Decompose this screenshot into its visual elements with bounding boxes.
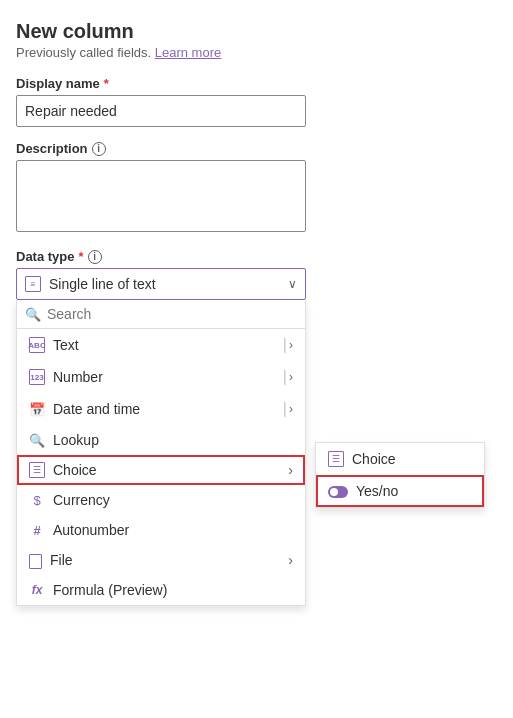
submenu-item-yesno[interactable]: Yes/no (316, 475, 484, 507)
search-icon: 🔍 (25, 307, 41, 322)
choice-submenu: ☰ Choice Yes/no (315, 442, 485, 508)
currency-icon: $ (29, 493, 45, 508)
required-marker-2: * (79, 249, 84, 264)
panel-title: New column (16, 20, 324, 43)
data-type-menu: 🔍 ABC Text | › 123 Number (16, 300, 306, 606)
search-input[interactable] (47, 306, 297, 322)
yesno-icon (328, 483, 348, 499)
file-icon (29, 554, 42, 569)
submenu-choice-icon: ☰ (328, 451, 344, 467)
data-type-dropdown[interactable]: ≡ Single line of text ∨ (16, 268, 306, 300)
calendar-icon: 📅 (29, 401, 45, 417)
panel-subtitle: Previously called fields. Learn more (16, 45, 324, 60)
display-name-section: Display name * (16, 76, 324, 127)
required-marker: * (104, 76, 109, 91)
menu-item-autonumber[interactable]: # Autonumber (17, 515, 305, 545)
menu-item-file[interactable]: File › (17, 545, 305, 575)
submenu-item-choice[interactable]: ☰ Choice (316, 443, 484, 475)
choice-arrow-icon: › (288, 462, 293, 478)
autonumber-icon: # (29, 523, 45, 538)
menu-item-formula[interactable]: fx Formula (Preview) (17, 575, 305, 605)
chevron-right-icon: › (289, 338, 293, 352)
data-type-info-icon[interactable]: i (88, 250, 102, 264)
display-name-label: Display name * (16, 76, 324, 91)
chevron-down-icon: ∨ (288, 277, 297, 291)
choice-icon: ☰ (29, 462, 45, 478)
dropdown-selected: ≡ Single line of text (25, 276, 156, 292)
formula-icon: fx (29, 583, 45, 597)
menu-item-choice[interactable]: ☰ Choice › (17, 455, 305, 485)
data-type-label: Data type * i (16, 249, 324, 264)
file-arrow-icon: › (288, 552, 293, 568)
display-name-input[interactable] (16, 95, 306, 127)
pipe-divider-2: | (283, 368, 287, 386)
singleline-icon: ≡ (25, 276, 41, 292)
chevron-right-icon-3: › (289, 402, 293, 416)
menu-item-number[interactable]: 123 Number | › (17, 361, 305, 393)
chevron-right-icon-2: › (289, 370, 293, 384)
pipe-divider-3: | (283, 400, 287, 418)
menu-item-lookup[interactable]: 🔍 Lookup (17, 425, 305, 455)
menu-item-text[interactable]: ABC Text | › (17, 329, 305, 361)
menu-item-currency[interactable]: $ Currency (17, 485, 305, 515)
description-label: Description i (16, 141, 324, 156)
description-info-icon[interactable]: i (92, 142, 106, 156)
search-box: 🔍 (17, 300, 305, 329)
description-input[interactable] (16, 160, 306, 232)
pipe-divider: | (283, 336, 287, 354)
subtitle-text: Previously called fields. (16, 45, 151, 60)
data-type-section: Data type * i ≡ Single line of text ∨ 🔍 … (16, 249, 324, 606)
learn-more-link[interactable]: Learn more (155, 45, 221, 60)
new-column-panel: New column Previously called fields. Lea… (0, 0, 340, 640)
menu-item-datetime[interactable]: 📅 Date and time | › (17, 393, 305, 425)
lookup-icon: 🔍 (29, 432, 45, 448)
number-icon: 123 (29, 369, 45, 385)
text-icon: ABC (29, 337, 45, 353)
description-section: Description i (16, 141, 324, 235)
